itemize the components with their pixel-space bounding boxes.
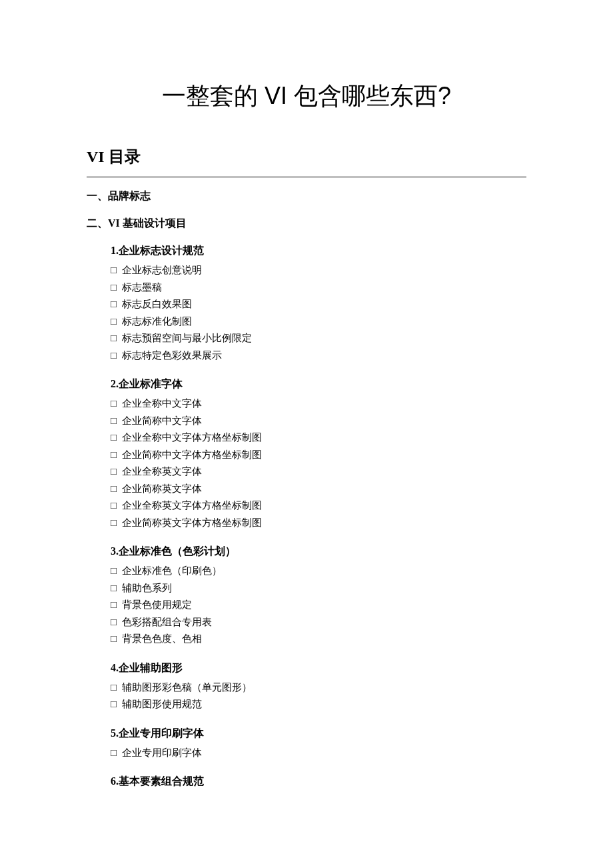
document-title: 一整套的 VI 包含哪些东西?: [87, 80, 526, 113]
checklist-item: □企业简称英文字体方格坐标制图: [111, 515, 526, 532]
checkbox-icon: □: [111, 279, 117, 297]
checklist-item: □标志反白效果图: [111, 296, 526, 313]
subsection-heading: 3.企业标准色（色彩计划）: [111, 545, 526, 559]
checkbox-icon: □: [111, 413, 117, 430]
checklist-item-label: 标志预留空间与最小比例限定: [122, 330, 252, 347]
checklist-item: □企业标准色（印刷色）: [111, 563, 526, 580]
checklist-item-label: 标志标准化制图: [122, 313, 192, 331]
section-2-heading: 二、VI 基础设计项目: [87, 217, 526, 231]
checkbox-icon: □: [111, 330, 117, 347]
subsection: 1.企业标志设计规范□企业标志创意说明□标志墨稿□标志反白效果图□标志标准化制图…: [111, 244, 526, 364]
checklist-item: □标志墨稿: [111, 279, 526, 297]
checklist-item-label: 企业简称英文字体: [122, 481, 202, 498]
checkbox-icon: □: [111, 481, 117, 498]
checkbox-icon: □: [111, 696, 117, 713]
checklist-item-label: 企业全称中文字体方格坐标制图: [122, 429, 262, 447]
subsection-heading: 5.企业专用印刷字体: [111, 727, 526, 741]
checkbox-icon: □: [111, 563, 117, 580]
document-subtitle: VI 目录: [87, 146, 526, 167]
checklist-item: □标志特定色彩效果展示: [111, 347, 526, 365]
checklist-item-label: 辅助图形使用规范: [122, 696, 202, 713]
subsection-heading: 1.企业标志设计规范: [111, 244, 526, 258]
checklist-item-label: 企业全称英文字体: [122, 463, 202, 481]
checkbox-icon: □: [111, 313, 117, 331]
section-1-heading: 一、品牌标志: [87, 189, 526, 203]
checkbox-icon: □: [111, 447, 117, 464]
subsection: 6.基本要素组合规范: [111, 775, 526, 789]
checklist-item-label: 企业简称英文字体方格坐标制图: [122, 515, 262, 532]
subsection-heading: 2.企业标准字体: [111, 377, 526, 391]
checklist-item-label: 企业全称英文字体方格坐标制图: [122, 497, 262, 515]
checklist-item-label: 企业全称中文字体: [122, 395, 202, 413]
checklist-item-label: 标志反白效果图: [122, 296, 192, 313]
subsection-heading: 4.企业辅助图形: [111, 661, 526, 675]
checklist-item: □辅助图形使用规范: [111, 696, 526, 713]
checklist-item-label: 背景色使用规定: [122, 597, 192, 614]
subsection-heading: 6.基本要素组合规范: [111, 775, 526, 789]
checklist-item: □企业全称中文字体方格坐标制图: [111, 429, 526, 447]
checklist-item-label: 标志墨稿: [122, 279, 162, 297]
checklist-item: □背景色色度、色相: [111, 631, 526, 648]
checkbox-icon: □: [111, 580, 117, 597]
subsection: 3.企业标准色（色彩计划）□企业标准色（印刷色）□辅助色系列□背景色使用规定□色…: [111, 545, 526, 648]
checklist-item: □企业专用印刷字体: [111, 745, 526, 762]
checklist-item-label: 背景色色度、色相: [122, 631, 202, 648]
divider: [87, 177, 526, 177]
checkbox-icon: □: [111, 296, 117, 313]
checkbox-icon: □: [111, 515, 117, 532]
checkbox-icon: □: [111, 463, 117, 481]
checkbox-icon: □: [111, 497, 117, 515]
checklist-item-label: 辅助色系列: [122, 580, 172, 597]
checklist-item: □辅助图形彩色稿（单元图形）: [111, 679, 526, 697]
checklist-item-label: 企业标准色（印刷色）: [122, 563, 222, 580]
subsection: 5.企业专用印刷字体□企业专用印刷字体: [111, 727, 526, 762]
checklist-item-label: 色彩搭配组合专用表: [122, 614, 212, 631]
checkbox-icon: □: [111, 597, 117, 614]
checklist-item-label: 企业简称中文字体: [122, 413, 202, 430]
checkbox-icon: □: [111, 429, 117, 447]
checklist-item: □企业全称英文字体: [111, 463, 526, 481]
checkbox-icon: □: [111, 631, 117, 648]
checklist-item: □企业全称英文字体方格坐标制图: [111, 497, 526, 515]
checkbox-icon: □: [111, 347, 117, 365]
checklist-item: □企业全称中文字体: [111, 395, 526, 413]
subsection: 2.企业标准字体□企业全称中文字体□企业简称中文字体□企业全称中文字体方格坐标制…: [111, 377, 526, 531]
checklist-item-label: 辅助图形彩色稿（单元图形）: [122, 679, 252, 697]
checklist-item: □辅助色系列: [111, 580, 526, 597]
checkbox-icon: □: [111, 614, 117, 631]
subsections-container: 1.企业标志设计规范□企业标志创意说明□标志墨稿□标志反白效果图□标志标准化制图…: [87, 244, 526, 789]
checkbox-icon: □: [111, 262, 117, 279]
checklist-item: □背景色使用规定: [111, 597, 526, 614]
checklist-item-label: 企业专用印刷字体: [122, 745, 202, 762]
checklist-item: □企业简称中文字体: [111, 413, 526, 430]
checklist-item: □企业简称英文字体: [111, 481, 526, 498]
checkbox-icon: □: [111, 679, 117, 697]
checklist-item-label: 企业标志创意说明: [122, 262, 202, 279]
checkbox-icon: □: [111, 395, 117, 413]
checklist-item: □企业简称中文字体方格坐标制图: [111, 447, 526, 464]
checklist-item: □标志预留空间与最小比例限定: [111, 330, 526, 347]
checklist-item: □色彩搭配组合专用表: [111, 614, 526, 631]
checklist-item: □标志标准化制图: [111, 313, 526, 331]
checklist-item-label: 标志特定色彩效果展示: [122, 347, 222, 365]
checklist-item: □企业标志创意说明: [111, 262, 526, 279]
checklist-item-label: 企业简称中文字体方格坐标制图: [122, 447, 262, 464]
checkbox-icon: □: [111, 745, 117, 762]
subsection: 4.企业辅助图形□辅助图形彩色稿（单元图形）□辅助图形使用规范: [111, 661, 526, 713]
